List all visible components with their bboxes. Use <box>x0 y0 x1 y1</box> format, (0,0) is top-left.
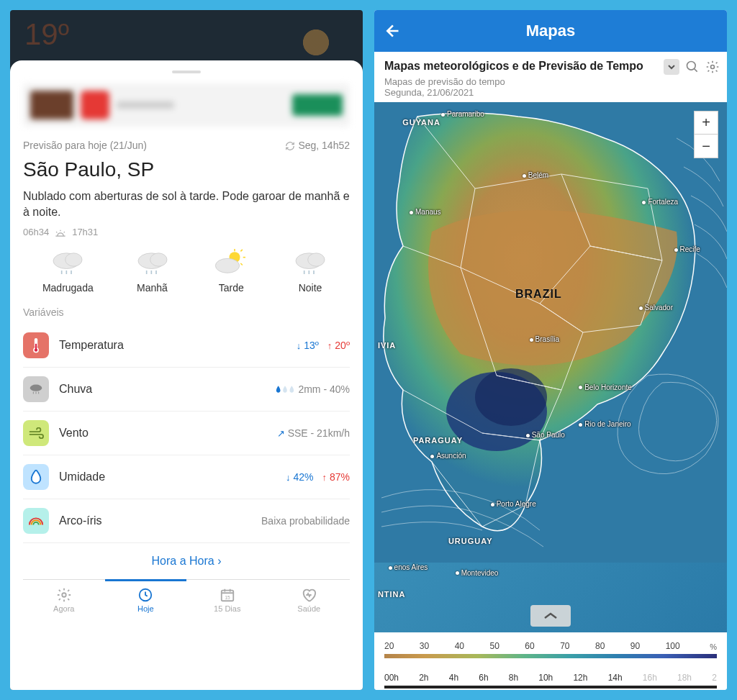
period-manha[interactable]: Manhã <box>132 249 173 294</box>
calendar-icon: 15 <box>220 587 235 603</box>
timeline-tick[interactable]: 18h <box>677 673 692 683</box>
weather-map[interactable]: + − BRAZILPARAGUAYURUGUAYGUYANAIVIANTINA… <box>374 102 727 632</box>
clock-icon <box>137 587 153 603</box>
nav-health[interactable]: Saúde <box>268 580 351 619</box>
svg-point-33 <box>687 62 696 71</box>
humidity-icon <box>23 464 49 490</box>
timeline-tick[interactable]: 16h <box>643 673 657 683</box>
maps-title: Mapas <box>403 22 698 40</box>
sun-peek-graphic <box>298 24 334 60</box>
zoom-in-button[interactable]: + <box>695 112 718 135</box>
var-value: ↓13º ↑20º <box>297 340 350 351</box>
map-city-label: Belém <box>523 171 548 179</box>
ad-banner[interactable] <box>23 83 350 127</box>
dropdown-toggle[interactable] <box>664 59 679 75</box>
map-country-label: PARAGUAY <box>413 436 463 445</box>
timeline-tick[interactable]: 2h <box>419 673 428 683</box>
day-periods: Madrugada Manhã Tarde Noite <box>23 249 350 294</box>
updated-at: Seg, 14h52 <box>285 140 350 151</box>
timeline-tick[interactable]: 10h <box>538 673 553 683</box>
map-country-label: NTINA <box>378 590 406 599</box>
legend-value: 100 <box>666 641 680 651</box>
timeline-tick[interactable]: 2 <box>712 673 717 683</box>
svg-point-24 <box>35 349 37 352</box>
map-city-label: Montevideo <box>456 569 499 577</box>
var-humidity[interactable]: Umidade ↓42% ↑87% <box>23 455 350 499</box>
timeline-tick[interactable]: 00h <box>384 673 399 683</box>
var-rainbow[interactable]: Arco-íris Baixa probabilidade <box>23 499 350 543</box>
nav-now[interactable]: Agora <box>23 580 105 619</box>
legend-scale: 2030405060708090100% <box>384 641 717 651</box>
back-arrow-icon[interactable] <box>384 22 403 40</box>
var-temperature[interactable]: Temperatura ↓13º ↑20º <box>23 324 350 368</box>
gear-icon[interactable] <box>705 60 720 74</box>
sun-times: 06h34 17h31 <box>23 227 350 237</box>
background-temp: 19º <box>10 10 363 60</box>
timeline[interactable]: 00h2h4h6h8h10h12h14h16h18h2 <box>384 668 717 684</box>
var-wind[interactable]: Vento ↗ SSE - 21km/h <box>23 412 350 455</box>
subheader-tools <box>664 59 720 75</box>
humidity-low: 42% <box>294 471 314 483</box>
timeline-tick[interactable]: 6h <box>479 673 488 683</box>
var-rain[interactable]: Chuva 2mm - 40% <box>23 368 350 412</box>
map-city-label: Manaus <box>410 208 441 216</box>
svg-point-29 <box>62 593 66 597</box>
var-name: Vento <box>59 427 267 440</box>
nav-today[interactable]: Hoje <box>105 580 187 619</box>
svg-point-6 <box>150 253 166 266</box>
legend-value: 20 <box>384 641 394 651</box>
pull-up-handle[interactable] <box>530 605 571 627</box>
period-tarde[interactable]: Tarde <box>211 249 251 294</box>
nav-15days[interactable]: 15 15 Dias <box>186 580 268 619</box>
search-icon[interactable] <box>685 60 700 74</box>
forecast-header: Previsão para hoje (21/Jun) Seg, 14h52 <box>23 140 350 151</box>
map-city-label: enos Aires <box>389 563 428 571</box>
arrow-up-icon: ↑ <box>322 472 327 483</box>
legend-value: 60 <box>525 641 534 651</box>
temp-low: 13º <box>304 340 319 351</box>
legend-unit: % <box>710 642 717 651</box>
phone-maps: Mapas Mapas meteorológicos e de Previsão… <box>374 10 727 690</box>
wind-direction-icon: ↗ <box>277 428 285 439</box>
thermometer-icon <box>23 332 49 358</box>
svg-text:15: 15 <box>225 594 230 599</box>
chevron-up-icon <box>543 611 559 621</box>
wind-value: SSE - 21km/h <box>288 427 350 439</box>
drag-handle[interactable] <box>172 71 201 73</box>
subheader-subtitle: Mapas de previsão do tempo <box>384 76 717 87</box>
forecast-description: Nublado com aberturas de sol à tarde. Po… <box>23 188 350 219</box>
svg-point-1 <box>65 253 82 266</box>
var-value: Baixa probabilidade <box>261 515 350 527</box>
var-value: ↓42% ↑87% <box>286 471 350 483</box>
timeline-tick[interactable]: 8h <box>509 673 518 683</box>
map-country-label: URUGUAY <box>448 537 493 545</box>
legend-value: 30 <box>420 641 429 651</box>
nav-label: 15 Dias <box>214 604 240 613</box>
legend-value: 50 <box>489 641 499 651</box>
city-name: São Paulo, SP <box>23 158 350 181</box>
map-city-label: Belo Horizonte <box>579 383 632 391</box>
period-label: Madrugada <box>42 282 94 294</box>
heart-icon <box>301 587 317 603</box>
zoom-out-button[interactable]: − <box>695 135 718 158</box>
timeline-tick[interactable]: 14h <box>608 673 623 683</box>
svg-point-34 <box>711 65 715 69</box>
period-noite[interactable]: Noite <box>290 249 330 294</box>
period-madrugada[interactable]: Madrugada <box>42 249 94 294</box>
svg-point-37 <box>475 368 547 426</box>
cloud-rain-icon <box>48 249 88 278</box>
var-value: ↗ SSE - 21km/h <box>277 427 350 439</box>
timeline-tick[interactable]: 4h <box>449 673 458 683</box>
var-value: 2mm - 40% <box>275 383 350 395</box>
cloud-rain-icon <box>132 249 173 278</box>
map-city-label: Salvador <box>639 304 673 312</box>
map-city-label: Porto Alegre <box>491 500 536 508</box>
svg-line-13 <box>241 250 243 252</box>
var-name: Arco-íris <box>59 514 251 527</box>
hour-by-hour-link[interactable]: Hora a Hora › <box>23 543 350 579</box>
gear-icon <box>56 587 72 603</box>
timeline-tick[interactable]: 12h <box>573 673 587 683</box>
map-legend: 2030405060708090100% 00h2h4h6h8h10h12h14… <box>374 632 727 690</box>
map-city-label: Fortaleza <box>642 198 678 206</box>
svg-point-17 <box>308 253 325 266</box>
